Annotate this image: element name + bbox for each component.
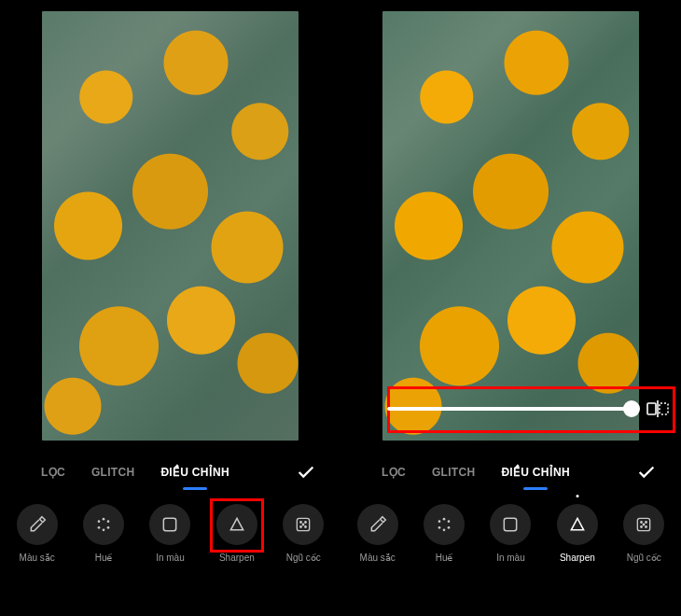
photo-preview-area — [0, 0, 340, 446]
tool-grain[interactable]: Ngũ cốc — [272, 504, 334, 563]
photo-preview-area — [340, 0, 681, 446]
photo-preview[interactable] — [382, 11, 639, 441]
editor-panel-left: LỌC GLITCH ĐIỀU CHỈNH Màu sắc Huế — [0, 0, 340, 616]
sharpen-slider-region — [387, 390, 670, 427]
tool-label: Ngũ cốc — [286, 553, 321, 563]
tool-blur[interactable]: In màu — [479, 504, 541, 563]
tool-label: Huế — [95, 553, 113, 563]
svg-point-20 — [438, 526, 441, 529]
tools-row: Màu sắc Huế In màu Sharpen — [340, 498, 681, 601]
tool-label: Sharpen — [219, 553, 255, 563]
svg-point-28 — [646, 526, 647, 528]
svg-point-21 — [438, 520, 441, 523]
tab-filter[interactable]: LỌC — [28, 458, 78, 486]
tool-blur[interactable]: In màu — [139, 504, 201, 563]
confirm-button[interactable] — [288, 456, 324, 488]
tab-glitch[interactable]: GLITCH — [78, 458, 147, 486]
svg-rect-13 — [647, 403, 656, 414]
tool-sharpen[interactable]: Sharpen — [547, 504, 608, 563]
eyedropper-icon — [17, 504, 58, 545]
svg-point-16 — [443, 518, 446, 521]
tabs-row: LỌC GLITCH ĐIỀU CHỈNH — [0, 446, 340, 498]
tool-label: Huế — [436, 553, 453, 563]
sharpen-slider[interactable] — [387, 407, 632, 411]
tab-adjust[interactable]: ĐIỀU CHỈNH — [488, 458, 583, 486]
tool-label: Màu sắc — [360, 553, 396, 563]
tab-filter[interactable]: LỌC — [368, 458, 419, 486]
svg-point-19 — [443, 529, 446, 532]
dots-circle-icon — [83, 504, 124, 545]
svg-point-17 — [448, 520, 451, 523]
svg-point-10 — [303, 524, 305, 525]
tool-label: Sharpen — [560, 553, 595, 563]
svg-point-26 — [644, 524, 646, 525]
svg-point-27 — [641, 526, 643, 528]
compare-icon[interactable] — [646, 399, 670, 418]
tool-label: Màu sắc — [20, 553, 55, 563]
grain-square-icon — [623, 504, 664, 545]
slider-thumb[interactable] — [623, 400, 640, 417]
tool-sharpen[interactable]: Sharpen — [206, 504, 268, 563]
active-indicator-dot — [576, 495, 578, 497]
svg-point-18 — [448, 526, 451, 529]
svg-point-12 — [305, 526, 307, 528]
triangle-icon — [216, 504, 257, 545]
tool-grain[interactable]: Ngũ cốc — [613, 504, 674, 563]
svg-point-2 — [107, 526, 110, 529]
tool-label: In màu — [496, 553, 525, 563]
tab-glitch[interactable]: GLITCH — [419, 458, 488, 486]
svg-rect-6 — [164, 518, 176, 530]
tool-label: Ngũ cốc — [627, 553, 661, 563]
svg-point-25 — [646, 522, 647, 524]
tools-row: Màu sắc Huế In màu Sharpen — [0, 498, 340, 601]
svg-point-1 — [107, 520, 110, 523]
dots-circle-icon — [424, 504, 465, 545]
triangle-icon — [557, 504, 598, 545]
tool-label: In màu — [156, 553, 185, 563]
editor-panel-right: LỌC GLITCH ĐIỀU CHỈNH Màu sắc Huế — [340, 0, 681, 616]
tab-adjust[interactable]: ĐIỀU CHỈNH — [147, 458, 243, 486]
confirm-button[interactable] — [629, 456, 664, 488]
eyedropper-icon — [357, 504, 398, 545]
tabs-row: LỌC GLITCH ĐIỀU CHỈNH — [340, 446, 681, 498]
blur-square-icon — [149, 504, 190, 545]
svg-point-0 — [103, 518, 105, 521]
photo-preview[interactable] — [42, 11, 299, 441]
svg-rect-15 — [660, 403, 668, 414]
svg-point-8 — [300, 522, 302, 524]
svg-point-24 — [641, 522, 643, 524]
tool-color[interactable]: Màu sắc — [347, 504, 409, 563]
svg-point-11 — [300, 526, 302, 528]
tool-hue[interactable]: Huế — [73, 504, 134, 563]
svg-rect-22 — [505, 518, 517, 530]
svg-point-4 — [98, 526, 101, 529]
grain-square-icon — [283, 504, 324, 545]
tool-color[interactable]: Màu sắc — [7, 504, 68, 563]
tool-hue[interactable]: Huế — [413, 504, 475, 563]
svg-point-9 — [305, 522, 307, 524]
svg-point-5 — [98, 520, 101, 523]
svg-point-3 — [103, 529, 105, 532]
blur-square-icon — [490, 504, 531, 545]
